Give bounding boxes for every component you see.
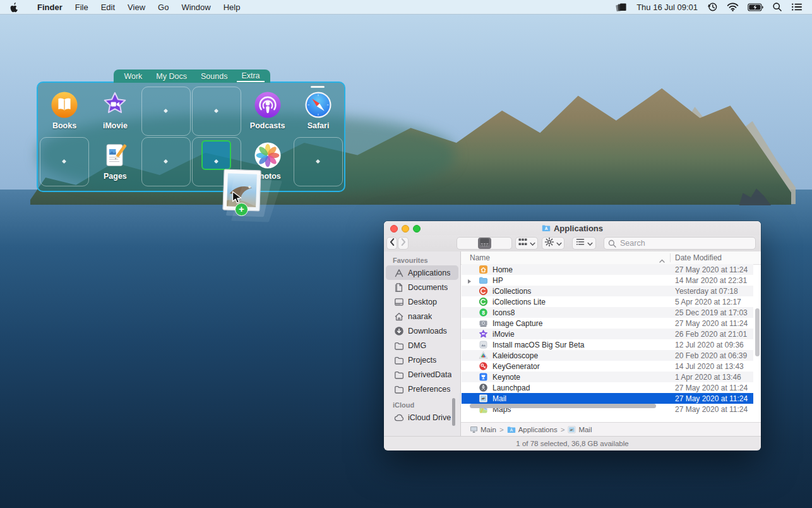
vertical-scrollbar[interactable] [755,308,760,356]
menu-go[interactable]: Go [152,3,175,12]
sidebar-item-documents[interactable]: Documents [384,280,460,294]
path-item-applications[interactable]: AApplications [507,426,558,433]
battery-charging-icon[interactable] [746,3,765,11]
podcasts-icon [254,91,282,119]
icons8-icon: 8 [479,308,488,317]
sidebar-item-preferences[interactable]: Preferences [384,382,460,396]
search-icon [608,239,616,248]
menu-clock[interactable]: Thu 16 Jul 09:01 [634,3,700,12]
sidebar-scrollbar[interactable] [452,398,455,426]
list-view-icon[interactable] [789,3,804,11]
sidebar-item-desktop[interactable]: Desktop [384,294,460,309]
panel-empty-slot[interactable] [40,137,89,186]
stacked-windows-icon[interactable] [614,3,629,12]
title-bar[interactable]: A Applications [384,221,761,235]
sidebar-item-downloads[interactable]: Downloads [384,324,460,338]
home-icon [479,265,488,274]
panel-item-books[interactable]: Books [40,87,89,136]
sidebar-item-dmg[interactable]: DMG [384,338,460,353]
menu-finder[interactable]: Finder [31,3,69,12]
launchpad-icon [479,383,488,392]
file-row-hp[interactable]: HP14 Mar 2020 at 22:31 [462,275,753,286]
panel-empty-slot[interactable] [192,87,241,136]
desktop-icon [394,297,404,307]
column-header-name[interactable]: Name [470,253,490,262]
panel-tab-my-docs[interactable]: My Docs [152,71,191,82]
folder-icon [479,275,488,285]
file-name: iCollections Lite [493,298,546,306]
file-date-modified: 27 May 2020 at 11:24 [675,394,748,403]
file-row-mail[interactable]: Mail27 May 2020 at 11:24 [462,393,753,404]
spotlight-icon[interactable] [770,2,784,12]
sidebar-item-icloud-drive[interactable]: iCloud Drive [384,410,460,425]
path-item-main[interactable]: Main [470,426,496,433]
imovie-icon [101,91,129,119]
menu-status: Thu 16 Jul 09:01 [614,2,812,12]
column-divider[interactable] [670,253,671,262]
file-row-icollections-lite[interactable]: iCollections Lite5 Apr 2020 at 12:17 [462,296,753,307]
file-row-imovie[interactable]: iMovie26 Feb 2020 at 21:01 [462,329,753,339]
file-date-modified: 14 Jul 2020 at 13:43 [675,362,744,371]
panel-item-imovie[interactable]: iMovie [90,87,140,136]
horizontal-scrollbar[interactable] [470,404,656,408]
menu-window[interactable]: Window [175,3,217,12]
time-machine-icon[interactable] [705,2,720,12]
menu-bar: FinderFileEditViewGoWindowHelp Thu 16 Ju… [0,0,812,15]
menu-edit[interactable]: Edit [95,3,121,12]
panel-item-podcasts[interactable]: Podcasts [243,87,292,136]
group-by-button[interactable] [515,237,538,250]
panel-empty-slot[interactable] [141,137,191,186]
file-row-keynote[interactable]: Keynote1 Apr 2020 at 13:46 [462,372,753,382]
search-field[interactable] [604,237,756,250]
panel-tab-extra[interactable]: Extra [237,70,264,82]
sidebar-item-naarak[interactable]: naarak [384,309,460,324]
view-options-button[interactable] [572,237,596,250]
finder-window: A Applications FavouritesApplicationsDoc… [384,221,761,450]
file-row-keygenerator[interactable]: KeyGenerator14 Jul 2020 at 13:43 [462,361,753,372]
list-header[interactable]: Name Date Modified [461,251,761,265]
wifi-icon[interactable] [725,3,741,11]
file-row-launchpad[interactable]: Launchpad27 May 2020 at 11:24 [462,382,753,393]
svg-text:8: 8 [482,310,485,316]
sidebar-item-applications[interactable]: Applications [386,265,458,280]
window-title: Applications [554,224,603,233]
sidebar-item-label: Desktop [408,298,437,306]
panel-empty-slot[interactable] [294,137,343,186]
kaleidoscope-icon [479,351,488,360]
sidebar-item-projects[interactable]: Projects [384,353,460,367]
sidebar-item-label: iCloud Drive [408,413,451,422]
sidebar-item-label: Downloads [408,327,447,336]
panel-empty-slot[interactable] [141,87,191,136]
path-item-mail[interactable]: Mail [568,426,592,433]
file-name: iCollections [493,287,531,296]
back-button[interactable] [386,237,397,250]
action-menu-button[interactable] [542,237,564,250]
menu-view[interactable]: View [121,3,152,12]
forward-button[interactable] [398,237,409,250]
sidebar-item-label: Documents [408,283,448,292]
column-header-date[interactable]: Date Modified [675,253,722,262]
panel-item-pages[interactable]: Pages [90,137,140,186]
file-row-icollections[interactable]: iCollectionsYesterday at 07:18 [462,286,753,296]
panel-tab-work[interactable]: Work [119,71,146,82]
apple-menu-icon[interactable] [10,2,20,13]
sidebar-item-deriveddata[interactable]: DerivedData [384,367,460,382]
menu-items: FinderFileEditViewGoWindowHelp [31,3,246,12]
home-icon [394,311,404,322]
file-row-image-capture[interactable]: Image Capture27 May 2020 at 11:24 [462,318,753,329]
panel-tab-sounds[interactable]: Sounds [196,71,232,82]
sidebar: FavouritesApplicationsDocumentsDesktopna… [384,251,461,436]
file-row-icons8[interactable]: 8Icons825 Dec 2019 at 17:03 [462,307,753,318]
path-item-label: Main [481,426,496,433]
gallery-view-button[interactable] [478,238,491,249]
menu-help[interactable]: Help [217,3,247,12]
panel-item-safari[interactable]: Safari [294,87,343,136]
icollections-lite-icon [479,297,488,306]
menu-file[interactable]: File [69,3,95,12]
file-row-kaleidoscope[interactable]: Kaleidoscope20 Feb 2020 at 06:39 [462,350,753,361]
keynote-icon [479,372,488,382]
disclosure-triangle-icon[interactable] [467,277,472,286]
search-input[interactable] [619,238,751,248]
file-row-install-macos-big-sur-beta[interactable]: Install macOS Big Sur Beta12 Jul 2020 at… [462,339,753,350]
file-row-home[interactable]: Home27 May 2020 at 11:24 [462,264,753,275]
